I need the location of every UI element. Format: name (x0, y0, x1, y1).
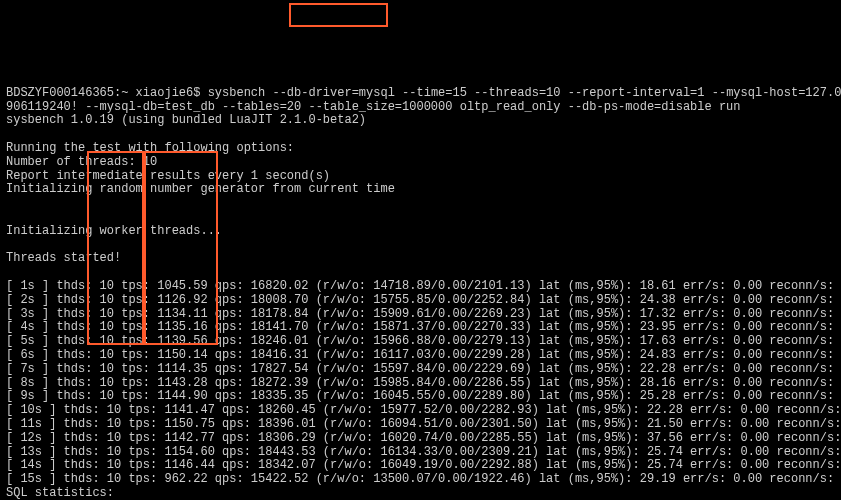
sql-stats-header: SQL statistics: (6, 486, 114, 500)
threads-started-line: Threads started! (6, 251, 121, 265)
report-row: [ 13s ] thds: 10 tps: 1154.60 qps: 18443… (6, 445, 841, 459)
report-row: [ 12s ] thds: 10 tps: 1142.77 qps: 18306… (6, 431, 841, 445)
report-row: [ 8s ] thds: 10 tps: 1143.28 qps: 18272.… (6, 376, 841, 390)
report-interval-line: Report intermediate results every 1 seco… (6, 169, 330, 183)
report-row: [ 10s ] thds: 10 tps: 1141.47 qps: 18260… (6, 403, 841, 417)
report-row: [ 14s ] thds: 10 tps: 1146.44 qps: 18342… (6, 458, 841, 472)
version-line: sysbench 1.0.19 (using bundled LuaJIT 2.… (6, 113, 366, 127)
terminal-output: BDSZYF000146365:~ xiaojie6$ sysbench --d… (0, 69, 841, 500)
init-workers-line: Initializing worker threads... (6, 224, 222, 238)
report-row: [ 1s ] thds: 10 tps: 1045.59 qps: 16820.… (6, 279, 841, 293)
report-row: [ 11s ] thds: 10 tps: 1150.75 qps: 18396… (6, 417, 841, 431)
command-line-1: sysbench --db-driver=mysql --time=15 --t… (208, 86, 841, 100)
threads-line: Number of threads: 10 (6, 155, 157, 169)
report-row: [ 2s ] thds: 10 tps: 1126.92 qps: 18008.… (6, 293, 841, 307)
report-row: [ 7s ] thds: 10 tps: 1114.35 qps: 17827.… (6, 362, 841, 376)
report-row: [ 3s ] thds: 10 tps: 1134.11 qps: 18178.… (6, 307, 841, 321)
report-row: [ 9s ] thds: 10 tps: 1144.90 qps: 18335.… (6, 389, 841, 403)
report-row: [ 15s ] thds: 10 tps: 962.22 qps: 15422.… (6, 472, 841, 486)
shell-prompt: BDSZYF000146365:~ xiaojie6$ (6, 86, 208, 100)
highlight-box-command-arg (289, 14, 388, 27)
options-header: Running the test with following options: (6, 141, 294, 155)
command-line-2: 906119240! --mysql-db=test_db --tables=2… (6, 100, 741, 114)
report-row: [ 5s ] thds: 10 tps: 1139.56 qps: 18246.… (6, 334, 841, 348)
rng-line: Initializing random number generator fro… (6, 182, 395, 196)
report-row: [ 4s ] thds: 10 tps: 1135.16 qps: 18141.… (6, 320, 841, 334)
report-row: [ 6s ] thds: 10 tps: 1150.14 qps: 18416.… (6, 348, 841, 362)
